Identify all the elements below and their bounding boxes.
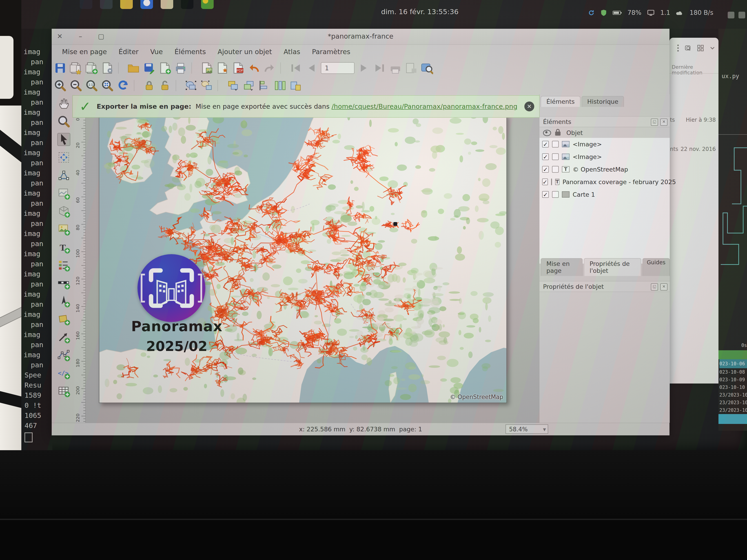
export-svg-button[interactable] bbox=[216, 62, 229, 74]
chevron-down-icon[interactable] bbox=[710, 45, 715, 51]
group-items-button[interactable] bbox=[185, 79, 197, 92]
pan-button[interactable] bbox=[57, 97, 70, 110]
new-from-template-button[interactable] bbox=[159, 62, 171, 74]
atlas-previous-button[interactable] bbox=[305, 62, 318, 74]
exported-file-link[interactable]: /home/cquest/Bureau/Panoramax/panoramax-… bbox=[332, 103, 517, 110]
select-move-item-button[interactable] bbox=[57, 133, 70, 146]
layout-item-row[interactable]: ✓ © OpenStreetMap bbox=[539, 163, 670, 176]
terminal-right-window[interactable]: ux.py 0s 023-10-06 023-10-08023-10-09023… bbox=[719, 29, 747, 431]
tab-mise-en-page[interactable]: Mise en page bbox=[541, 258, 583, 276]
visibility-checkbox[interactable]: ✓ bbox=[542, 153, 549, 160]
atlas-export-button[interactable] bbox=[405, 62, 417, 74]
refresh-icon[interactable] bbox=[588, 9, 595, 16]
lock-checkbox[interactable] bbox=[552, 166, 559, 173]
lock-items-button[interactable] bbox=[143, 79, 155, 92]
visibility-checkbox[interactable]: ✓ bbox=[542, 141, 549, 148]
atlas-print-button[interactable] bbox=[389, 62, 402, 74]
app-icon[interactable] bbox=[80, 0, 92, 9]
zoom-level-select[interactable]: 58.4% bbox=[506, 424, 548, 434]
settings-icon[interactable] bbox=[739, 12, 745, 19]
layout-canvas[interactable]: 0204060801001201401601802002202402602803… bbox=[74, 94, 539, 423]
export-image-button[interactable] bbox=[200, 62, 213, 74]
add-html-button[interactable]: </> bbox=[57, 367, 70, 379]
visibility-checkbox[interactable]: ✓ bbox=[542, 179, 548, 185]
save-as-button[interactable] bbox=[143, 62, 155, 74]
move-item-content-button[interactable] bbox=[57, 151, 70, 164]
add-map-button[interactable] bbox=[57, 187, 70, 200]
menu-item[interactable]: Vue bbox=[145, 47, 168, 57]
zoom-actual-button[interactable]: 1:1 bbox=[85, 79, 98, 92]
app-icon[interactable] bbox=[100, 0, 112, 9]
undo-button[interactable] bbox=[248, 62, 260, 74]
menu-item[interactable]: Éléments bbox=[170, 47, 211, 57]
add-attribute-table-button[interactable] bbox=[57, 384, 70, 397]
menu-item[interactable]: Ajouter un objet bbox=[212, 47, 277, 57]
menu-item[interactable]: Éditer bbox=[114, 47, 144, 57]
add-picture-button[interactable] bbox=[57, 223, 70, 236]
qgis-app-icon[interactable] bbox=[201, 0, 214, 9]
zoom-button[interactable] bbox=[57, 115, 70, 128]
distribute-items-button[interactable] bbox=[274, 79, 286, 92]
save-button[interactable] bbox=[54, 62, 67, 74]
add-label-button[interactable]: T bbox=[57, 241, 70, 254]
browser-app-icon[interactable] bbox=[140, 0, 153, 9]
menu-item[interactable]: Mise en page bbox=[57, 47, 112, 57]
tab-history[interactable]: Historique bbox=[582, 96, 624, 107]
atlas-last-button[interactable] bbox=[374, 62, 386, 74]
search-icon[interactable] bbox=[685, 45, 692, 51]
folder-app-icon[interactable] bbox=[120, 0, 133, 9]
lower-items-button[interactable] bbox=[242, 79, 255, 92]
edit-nodes-item-button[interactable] bbox=[57, 169, 70, 182]
zoom-full-button[interactable] bbox=[101, 79, 114, 92]
column-header[interactable]: Dernière modification bbox=[672, 64, 719, 76]
refresh-button[interactable] bbox=[117, 79, 129, 92]
files-app-icon[interactable] bbox=[161, 0, 173, 9]
visibility-checkbox[interactable]: ✓ bbox=[542, 166, 549, 173]
shield-icon[interactable] bbox=[600, 9, 607, 16]
visibility-checkbox[interactable]: ✓ bbox=[542, 191, 549, 198]
add-arrow-button[interactable] bbox=[57, 330, 70, 344]
atlas-page-input[interactable] bbox=[321, 62, 355, 74]
zoom-out-button[interactable] bbox=[70, 79, 82, 92]
tab-guides[interactable]: Guides bbox=[643, 258, 670, 276]
open-button[interactable] bbox=[127, 62, 140, 74]
raise-items-button[interactable] bbox=[227, 79, 239, 92]
add-pages-button[interactable] bbox=[70, 62, 82, 74]
undock-panel-icon[interactable]: ◱ bbox=[651, 118, 658, 126]
workspace-icon[interactable] bbox=[728, 12, 735, 19]
add-legend-button[interactable] bbox=[57, 259, 70, 272]
close-panel-icon[interactable]: ✕ bbox=[660, 118, 667, 126]
grid-view-icon[interactable] bbox=[697, 45, 704, 51]
layout-properties-button[interactable] bbox=[101, 62, 114, 74]
layout-item-row[interactable]: ✓ Carte 1 bbox=[539, 188, 670, 201]
align-items-button[interactable] bbox=[258, 79, 271, 92]
terminal-window[interactable]: imagpanimagpanimagpanimagpanimagpanimagp… bbox=[21, 29, 52, 450]
layout-item-row[interactable]: ✓ <Image> bbox=[539, 138, 670, 151]
ungroup-items-button[interactable] bbox=[200, 79, 213, 92]
lock-checkbox[interactable] bbox=[552, 141, 559, 148]
lock-checkbox[interactable] bbox=[552, 153, 559, 160]
atlas-first-button[interactable] bbox=[289, 62, 302, 74]
undock-panel-icon[interactable]: ◱ bbox=[651, 283, 658, 291]
add-3d-map-button[interactable] bbox=[57, 205, 70, 218]
lock-checkbox[interactable] bbox=[552, 191, 559, 198]
menu-item[interactable]: Paramètres bbox=[307, 47, 355, 57]
export-pdf-button[interactable]: PDF bbox=[232, 62, 244, 74]
kebab-menu-icon[interactable] bbox=[677, 45, 679, 52]
add-shape-button[interactable] bbox=[57, 313, 70, 326]
layout-item-row[interactable]: ✓ Panoramax coverage - february 2025 bbox=[539, 176, 670, 188]
menu-item[interactable]: Atlas bbox=[279, 47, 305, 57]
close-message-icon[interactable]: ✕ bbox=[524, 102, 534, 111]
tab-proprietes-objet[interactable]: Propriétés de l'objet bbox=[584, 258, 641, 276]
terminal-app-icon[interactable] bbox=[181, 0, 194, 9]
unlock-items-button[interactable] bbox=[159, 79, 171, 92]
zoom-in-button[interactable] bbox=[54, 79, 67, 92]
close-panel-icon[interactable]: ✕ bbox=[660, 283, 667, 291]
print-button[interactable] bbox=[174, 62, 187, 74]
redo-button[interactable] bbox=[263, 62, 276, 74]
layout-page[interactable]: Panoramax 2025/02 © OpenStreetMap bbox=[99, 114, 507, 403]
tab-elements[interactable]: Éléments bbox=[541, 96, 580, 107]
add-north-arrow-button[interactable] bbox=[57, 295, 70, 308]
lock-checkbox[interactable] bbox=[551, 179, 552, 185]
duplicate-layout-button[interactable] bbox=[85, 62, 98, 74]
